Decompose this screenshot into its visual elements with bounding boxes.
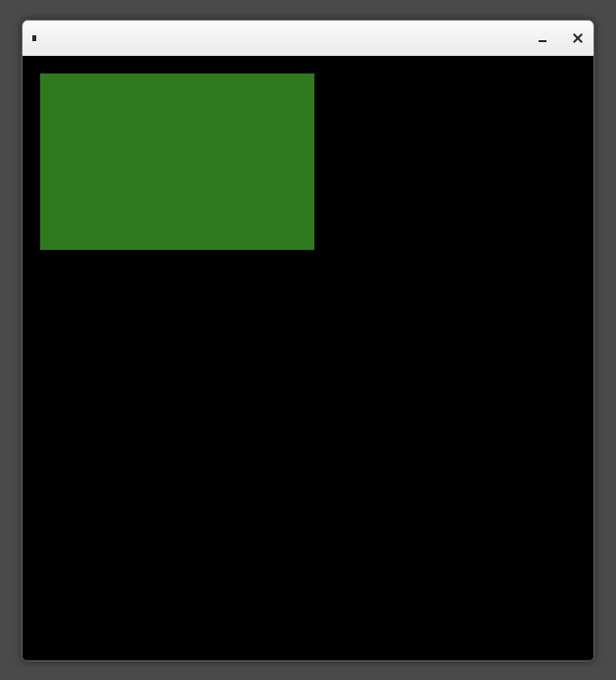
app-icon bbox=[32, 33, 42, 43]
title-bar[interactable] bbox=[23, 21, 593, 56]
close-icon bbox=[572, 32, 584, 44]
application-window bbox=[22, 20, 594, 661]
minimize-icon bbox=[539, 40, 546, 42]
close-button[interactable] bbox=[572, 32, 584, 44]
window-controls bbox=[537, 32, 584, 44]
minimize-button[interactable] bbox=[537, 32, 548, 44]
green-rectangle bbox=[40, 73, 314, 250]
canvas-area bbox=[23, 56, 593, 660]
